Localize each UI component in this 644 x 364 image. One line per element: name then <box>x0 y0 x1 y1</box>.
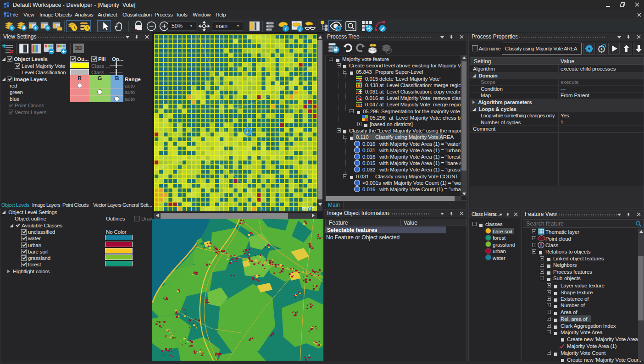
svg-text:i: i <box>300 27 301 32</box>
